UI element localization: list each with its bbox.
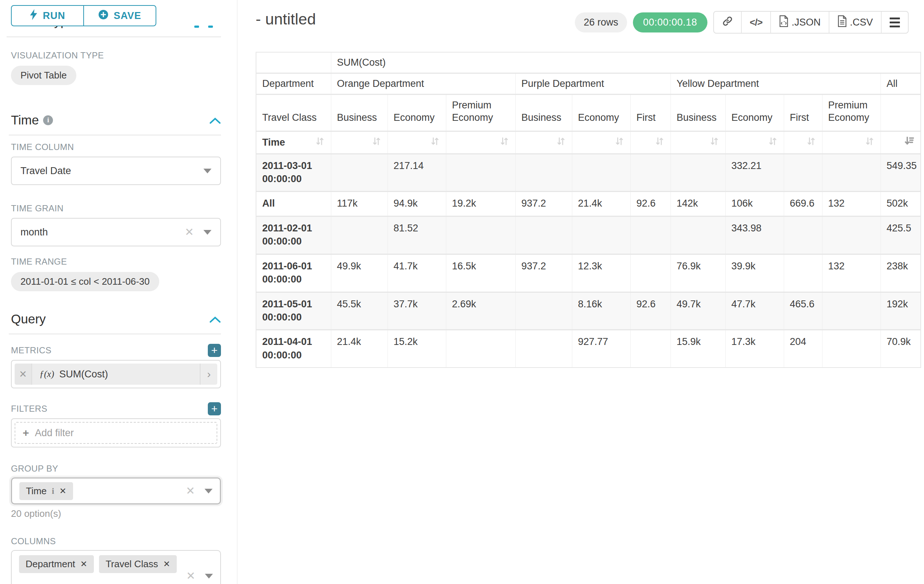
- value-cell: [670, 216, 725, 254]
- value-cell: 204: [784, 330, 822, 368]
- columns-select[interactable]: Department✕Travel Class✕ ✕: [11, 550, 221, 584]
- time-grain-select[interactable]: month ✕: [11, 218, 221, 247]
- row-label-cell: All: [256, 192, 331, 216]
- value-cell: [446, 330, 515, 368]
- value-cell: 81.52: [388, 216, 446, 254]
- divider: [7, 36, 221, 37]
- column-sort-header[interactable]: [446, 131, 515, 154]
- sort-icon[interactable]: [655, 136, 665, 149]
- row-count-badge: 26 rows: [575, 12, 627, 33]
- run-button[interactable]: RUN: [11, 5, 84, 26]
- metric-name: SUM(Cost): [59, 368, 108, 380]
- row-label-cell: 2011-06-01 00:00:00: [256, 254, 331, 292]
- value-cell: [446, 216, 515, 254]
- caret-down-icon: [205, 574, 213, 579]
- remove-tag-icon[interactable]: ✕: [80, 559, 87, 569]
- table-row: 2011-04-01 00:00:0021.4k15.2k927.7715.9k…: [256, 330, 921, 368]
- value-cell: [670, 154, 725, 192]
- caret-down-icon: [203, 169, 211, 173]
- sort-icon[interactable]: [499, 136, 510, 149]
- sort-icon[interactable]: [430, 136, 440, 149]
- filters-label: FILTERS: [11, 404, 48, 414]
- clear-icon[interactable]: ✕: [186, 485, 195, 497]
- selected-option-tag[interactable]: Travel Class✕: [99, 555, 177, 573]
- value-cell: 76.9k: [670, 254, 725, 292]
- column-sort-header[interactable]: [881, 131, 921, 154]
- visualization-type-value[interactable]: Pivot Table: [11, 66, 76, 85]
- value-cell: 19.2k: [446, 192, 515, 216]
- csv-file-icon: [837, 15, 847, 30]
- query-timer-badge: 00:00:00.18: [633, 12, 708, 33]
- value-cell: [572, 154, 630, 192]
- sort-icon[interactable]: [806, 136, 816, 149]
- column-leaf-header: Economy: [572, 95, 630, 132]
- caret-down-icon: [203, 230, 211, 235]
- visualization-type-label: VISUALIZATION TYPE: [11, 50, 221, 61]
- value-cell: 49.9k: [331, 254, 388, 292]
- time-range-label: TIME RANGE: [11, 257, 221, 267]
- control-panel: Chart Type RUN SAVE VISUALIZATION TYPE P…: [0, 0, 238, 584]
- column-sort-header[interactable]: [822, 131, 881, 154]
- hamburger-menu-icon: [890, 18, 900, 27]
- column-sort-header[interactable]: [630, 131, 670, 154]
- time-range-value[interactable]: 2011-01-01 ≤ col < 2011-06-30: [11, 272, 159, 291]
- value-cell: 17.3k: [725, 330, 784, 368]
- value-cell: [630, 254, 670, 292]
- time-column-select[interactable]: Travel Date: [11, 156, 221, 185]
- plus-icon: +: [23, 427, 29, 439]
- column-sort-header[interactable]: [388, 131, 446, 154]
- value-cell: 132: [822, 192, 881, 216]
- save-button[interactable]: SAVE: [83, 5, 156, 26]
- corner-cell: [256, 52, 331, 73]
- sort-icon[interactable]: [709, 136, 719, 149]
- divider: [9, 135, 221, 135]
- sort-icon[interactable]: [315, 136, 325, 149]
- add-filter-button[interactable]: +: [208, 402, 221, 415]
- export-csv-button[interactable]: .CSV: [829, 12, 882, 33]
- selected-option-tag[interactable]: Timei✕: [19, 482, 73, 500]
- column-sort-header[interactable]: [572, 131, 630, 154]
- sort-descending-icon[interactable]: [904, 136, 914, 149]
- value-cell: [630, 216, 670, 254]
- metric-pill[interactable]: ✕ ƒ(x) SUM(Cost) ›: [15, 364, 217, 385]
- sort-icon[interactable]: [371, 136, 382, 149]
- group-by-select[interactable]: Timei✕ ✕: [11, 477, 221, 504]
- column-group-header: Yellow Department: [670, 73, 881, 95]
- remove-tag-icon[interactable]: ✕: [59, 486, 66, 496]
- value-cell: 2.69k: [446, 292, 515, 330]
- value-cell: 238k: [881, 254, 921, 292]
- remove-tag-icon[interactable]: ✕: [163, 559, 170, 569]
- column-sort-header[interactable]: [670, 131, 725, 154]
- column-sort-header[interactable]: [515, 131, 572, 154]
- sort-icon[interactable]: [768, 136, 778, 149]
- value-cell: [515, 154, 572, 192]
- chart-title[interactable]: - untitled: [256, 10, 316, 28]
- share-link-button[interactable]: [714, 12, 742, 33]
- metrics-control: ✕ ƒ(x) SUM(Cost) ›: [11, 360, 221, 388]
- sort-icon[interactable]: [865, 136, 875, 149]
- clear-icon[interactable]: ✕: [185, 227, 194, 238]
- export-json-button[interactable]: .JSON: [771, 12, 829, 33]
- add-metric-button[interactable]: +: [208, 344, 221, 357]
- view-query-button[interactable]: </>: [742, 12, 771, 33]
- value-cell: 343.98: [725, 216, 784, 254]
- column-sort-header[interactable]: [784, 131, 822, 154]
- clear-icon[interactable]: ✕: [186, 571, 195, 581]
- chevron-up-icon[interactable]: [209, 312, 221, 326]
- column-sort-header[interactable]: [725, 131, 784, 154]
- sort-icon[interactable]: [556, 136, 566, 149]
- value-cell: 15.9k: [670, 330, 725, 368]
- sort-icon[interactable]: [614, 136, 625, 149]
- add-filter-dropzone[interactable]: + Add filter: [15, 422, 217, 444]
- table-row: 2011-02-01 00:00:0081.52343.98425.5: [256, 216, 921, 254]
- time-sort-header[interactable]: Time: [256, 131, 331, 154]
- column-sort-header[interactable]: [331, 131, 388, 154]
- chevron-right-icon[interactable]: ›: [200, 364, 217, 385]
- chevron-up-icon[interactable]: [209, 113, 221, 127]
- menu-button[interactable]: [882, 12, 908, 33]
- value-cell: 47.7k: [725, 292, 784, 330]
- remove-metric-icon[interactable]: ✕: [15, 364, 32, 385]
- value-cell: [446, 154, 515, 192]
- selected-option-tag[interactable]: Department✕: [19, 555, 94, 573]
- filters-control: + Add filter: [11, 418, 221, 447]
